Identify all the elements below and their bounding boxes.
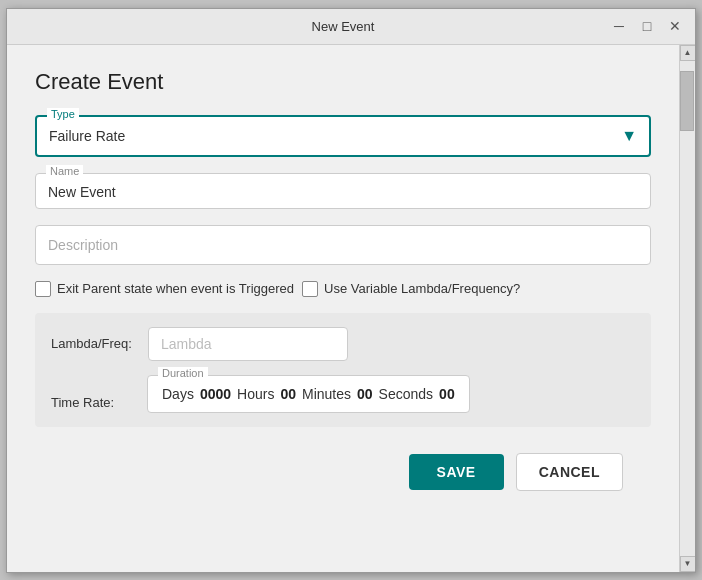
window-controls: ─ □ ✕	[609, 16, 685, 36]
duration-content: Days 0000 Hours 00 Minutes 00 Seconds 00	[162, 386, 455, 402]
description-field[interactable]: Description	[35, 225, 651, 265]
scroll-thumb[interactable]	[680, 71, 694, 131]
main-window: New Event ─ □ ✕ Create Event Type Failur…	[6, 8, 696, 573]
hours-value[interactable]: 00	[280, 386, 296, 402]
close-button[interactable]: ✕	[665, 16, 685, 36]
checkbox2-label: Use Variable Lambda/Frequency?	[324, 281, 520, 296]
minutes-value[interactable]: 00	[357, 386, 373, 402]
minimize-button[interactable]: ─	[609, 16, 629, 36]
window-body: Create Event Type Failure Rate ▼ Name Ne…	[7, 45, 695, 572]
gray-section: Lambda/Freq: Lambda Time Rate: Duration …	[35, 313, 651, 427]
seconds-label: Seconds	[379, 386, 433, 402]
time-rate-label: Time Rate:	[51, 375, 131, 410]
cancel-button[interactable]: CANCEL	[516, 453, 623, 491]
checkbox2-item[interactable]: Use Variable Lambda/Frequency?	[302, 281, 520, 297]
lambda-placeholder: Lambda	[161, 336, 212, 352]
type-field[interactable]: Type Failure Rate ▼	[35, 115, 651, 157]
description-placeholder: Description	[48, 237, 118, 253]
name-value[interactable]: New Event	[48, 184, 638, 200]
checkbox2-box[interactable]	[302, 281, 318, 297]
dropdown-arrow-icon: ▼	[621, 127, 637, 145]
save-button[interactable]: SAVE	[409, 454, 504, 490]
checkbox1-box[interactable]	[35, 281, 51, 297]
title-bar: New Event ─ □ ✕	[7, 9, 695, 45]
scrollbar[interactable]: ▲ ▼	[679, 45, 695, 572]
content-area: Create Event Type Failure Rate ▼ Name Ne…	[7, 45, 679, 572]
checkbox1-label: Exit Parent state when event is Triggere…	[57, 281, 294, 296]
name-label: Name	[46, 165, 83, 177]
checkboxes-row: Exit Parent state when event is Triggere…	[35, 281, 651, 297]
duration-label: Duration	[158, 367, 208, 379]
checkbox1-item[interactable]: Exit Parent state when event is Triggere…	[35, 281, 294, 297]
footer: SAVE CANCEL	[35, 443, 651, 507]
duration-field[interactable]: Duration Days 0000 Hours 00 Minutes 00 S…	[147, 375, 470, 413]
lambda-input[interactable]: Lambda	[148, 327, 348, 361]
days-value[interactable]: 0000	[200, 386, 231, 402]
time-rate-row: Time Rate: Duration Days 0000 Hours 00 M…	[51, 375, 635, 413]
type-value: Failure Rate	[49, 128, 125, 144]
minutes-label: Minutes	[302, 386, 351, 402]
scroll-up-arrow[interactable]: ▲	[680, 45, 696, 61]
scroll-down-arrow[interactable]: ▼	[680, 556, 696, 572]
page-title: Create Event	[35, 69, 651, 95]
type-label: Type	[47, 108, 79, 120]
hours-label: Hours	[237, 386, 274, 402]
window-title: New Event	[77, 19, 609, 34]
lambda-row: Lambda/Freq: Lambda	[51, 327, 635, 361]
seconds-value[interactable]: 00	[439, 386, 455, 402]
maximize-button[interactable]: □	[637, 16, 657, 36]
name-field[interactable]: Name New Event	[35, 173, 651, 209]
lambda-field-label: Lambda/Freq:	[51, 336, 132, 351]
days-label: Days	[162, 386, 194, 402]
type-select[interactable]: Failure Rate ▼	[49, 127, 637, 145]
scroll-track[interactable]	[680, 61, 695, 556]
